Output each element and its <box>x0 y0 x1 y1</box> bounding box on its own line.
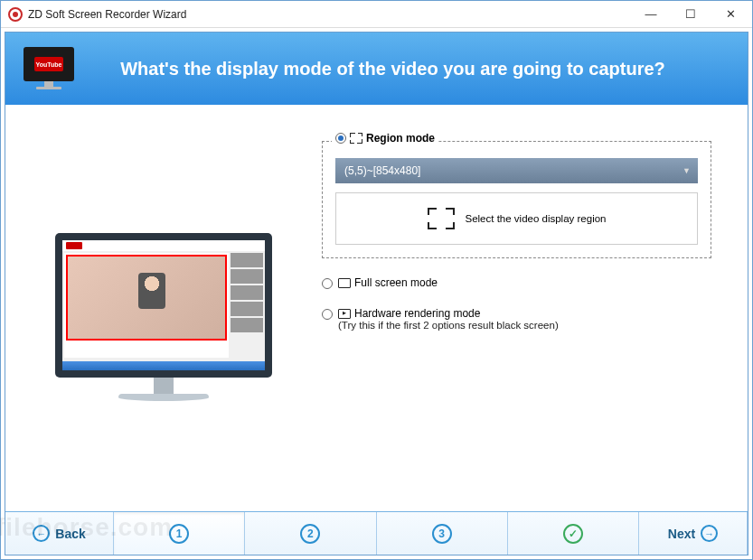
options-column: Region mode (5,5)~[854x480] Select the v… <box>322 132 711 502</box>
app-window: ZD Soft Screen Recorder Wizard ― ☐ ✕ You… <box>0 0 753 560</box>
region-size-value: (5,5)~[854x480] <box>344 164 420 177</box>
step-final[interactable]: ✓ <box>508 512 639 555</box>
window-title: ZD Soft Screen Recorder Wizard <box>28 8 631 21</box>
banner-monitor-icon: YouTube <box>24 47 74 90</box>
step-3[interactable]: 3 <box>377 512 508 555</box>
arrow-right-icon: → <box>701 525 718 542</box>
region-select-icon <box>428 208 455 229</box>
region-corners-icon <box>350 133 362 144</box>
titlebar: ZD Soft Screen Recorder Wizard ― ☐ ✕ <box>1 1 752 28</box>
hardware-mode-radio[interactable]: Hardware rendering mode (Try this if the… <box>322 307 711 331</box>
fullscreen-icon <box>338 278 351 288</box>
maximize-button[interactable]: ☐ <box>671 2 711 27</box>
checkmark-icon: ✓ <box>563 524 583 544</box>
hardware-mode-hint: (Try this if the first 2 options result … <box>338 320 559 331</box>
region-highlight-icon <box>66 255 227 341</box>
radio-unchecked-icon <box>322 278 333 289</box>
step-number: 2 <box>300 524 320 544</box>
app-icon <box>8 7 23 22</box>
watermark-text: filehorse.com <box>0 513 173 542</box>
region-mode-radio[interactable]: Region mode <box>332 132 438 145</box>
hardware-mode-label: Hardware rendering mode <box>354 307 480 320</box>
radio-checked-icon <box>335 133 346 144</box>
next-button[interactable]: Next → <box>639 512 748 555</box>
full-screen-radio[interactable]: Full screen mode <box>322 276 711 289</box>
region-size-dropdown[interactable]: (5,5)~[854x480] <box>335 158 698 183</box>
youtube-badge-icon: YouTube <box>34 57 63 71</box>
hardware-icon <box>338 309 351 319</box>
radio-unchecked-icon <box>322 309 333 320</box>
region-mode-label: Region mode <box>366 132 435 145</box>
preview-column <box>33 132 295 502</box>
select-region-button[interactable]: Select the video display region <box>335 192 698 245</box>
step-2[interactable]: 2 <box>245 512 376 555</box>
minimize-button[interactable]: ― <box>631 2 671 27</box>
region-mode-group: Region mode (5,5)~[854x480] Select the v… <box>322 141 711 258</box>
wizard-banner: YouTube What's the display mode of the v… <box>5 33 748 105</box>
close-button[interactable]: ✕ <box>711 2 750 27</box>
wizard-body: Region mode (5,5)~[854x480] Select the v… <box>5 105 748 511</box>
wizard-frame: YouTube What's the display mode of the v… <box>5 32 748 555</box>
wizard-question: What's the display mode of the video you… <box>92 59 729 79</box>
step-number: 3 <box>432 524 452 544</box>
full-screen-label: Full screen mode <box>354 276 438 289</box>
select-region-label: Select the video display region <box>466 213 607 224</box>
preview-monitor-icon <box>55 233 272 401</box>
next-label: Next <box>668 527 695 541</box>
window-controls: ― ☐ ✕ <box>631 2 750 27</box>
